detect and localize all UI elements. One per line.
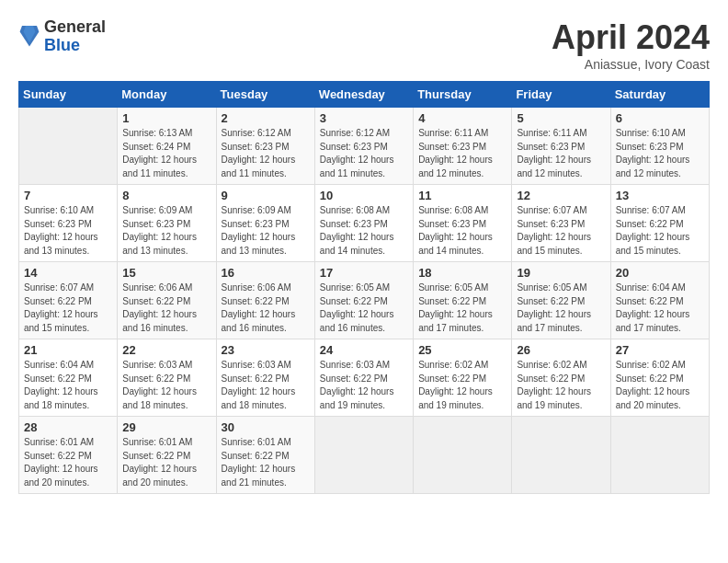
title-area: April 2024 Aniassue, Ivory Coast — [552, 18, 710, 72]
day-info: Sunrise: 6:02 AM Sunset: 6:22 PM Dayligh… — [418, 359, 506, 412]
calendar-cell: 30Sunrise: 6:01 AM Sunset: 6:22 PM Dayli… — [216, 417, 314, 494]
logo-blue: Blue — [44, 37, 106, 55]
day-info: Sunrise: 6:05 AM Sunset: 6:22 PM Dayligh… — [320, 282, 408, 335]
day-info: Sunrise: 6:03 AM Sunset: 6:22 PM Dayligh… — [222, 359, 310, 412]
calendar-week-row: 14Sunrise: 6:07 AM Sunset: 6:22 PM Dayli… — [19, 262, 710, 339]
day-number: 13 — [616, 189, 704, 202]
day-number: 30 — [222, 420, 310, 434]
calendar-cell: 9Sunrise: 6:09 AM Sunset: 6:23 PM Daylig… — [216, 185, 314, 262]
day-number: 24 — [320, 343, 408, 357]
header-sunday: Sunday — [19, 82, 118, 108]
calendar-cell: 10Sunrise: 6:08 AM Sunset: 6:23 PM Dayli… — [314, 185, 413, 262]
day-number: 14 — [24, 266, 112, 280]
day-info: Sunrise: 6:03 AM Sunset: 6:22 PM Dayligh… — [122, 359, 210, 412]
day-number: 15 — [122, 266, 210, 280]
day-number: 2 — [222, 111, 310, 125]
calendar-cell — [19, 108, 118, 185]
header-thursday: Thursday — [414, 82, 512, 108]
day-info: Sunrise: 6:08 AM Sunset: 6:23 PM Dayligh… — [418, 204, 506, 258]
day-number: 20 — [616, 266, 704, 280]
day-info: Sunrise: 6:07 AM Sunset: 6:22 PM Dayligh… — [24, 282, 112, 335]
calendar-cell — [414, 417, 512, 494]
day-info: Sunrise: 6:05 AM Sunset: 6:22 PM Dayligh… — [418, 282, 506, 335]
calendar-week-row: 21Sunrise: 6:04 AM Sunset: 6:22 PM Dayli… — [19, 339, 710, 417]
logo-icon — [18, 24, 40, 50]
calendar-cell: 5Sunrise: 6:11 AM Sunset: 6:23 PM Daylig… — [512, 108, 610, 185]
calendar-cell: 27Sunrise: 6:02 AM Sunset: 6:22 PM Dayli… — [610, 339, 709, 417]
logo-text: General Blue — [44, 18, 106, 55]
day-info: Sunrise: 6:08 AM Sunset: 6:23 PM Dayligh… — [320, 204, 408, 258]
calendar-cell: 3Sunrise: 6:12 AM Sunset: 6:23 PM Daylig… — [314, 108, 413, 185]
logo: General Blue — [18, 18, 106, 55]
calendar-cell: 19Sunrise: 6:05 AM Sunset: 6:22 PM Dayli… — [512, 262, 610, 339]
calendar-cell: 23Sunrise: 6:03 AM Sunset: 6:22 PM Dayli… — [216, 339, 314, 417]
day-number: 19 — [517, 266, 605, 280]
calendar-cell: 8Sunrise: 6:09 AM Sunset: 6:23 PM Daylig… — [118, 185, 216, 262]
calendar-cell: 18Sunrise: 6:05 AM Sunset: 6:22 PM Dayli… — [414, 262, 512, 339]
day-info: Sunrise: 6:11 AM Sunset: 6:23 PM Dayligh… — [418, 127, 506, 180]
calendar-cell: 26Sunrise: 6:02 AM Sunset: 6:22 PM Dayli… — [512, 339, 610, 417]
day-info: Sunrise: 6:06 AM Sunset: 6:22 PM Dayligh… — [222, 282, 310, 335]
day-number: 27 — [616, 343, 704, 357]
day-info: Sunrise: 6:03 AM Sunset: 6:22 PM Dayligh… — [320, 359, 408, 412]
calendar-cell — [314, 417, 413, 494]
day-number: 18 — [418, 266, 506, 280]
calendar-cell: 29Sunrise: 6:01 AM Sunset: 6:22 PM Dayli… — [118, 417, 216, 494]
calendar-cell: 17Sunrise: 6:05 AM Sunset: 6:22 PM Dayli… — [314, 262, 413, 339]
day-info: Sunrise: 6:01 AM Sunset: 6:22 PM Dayligh… — [122, 436, 210, 489]
calendar-cell: 22Sunrise: 6:03 AM Sunset: 6:22 PM Dayli… — [118, 339, 216, 417]
month-title: April 2024 — [552, 18, 710, 57]
calendar-cell: 6Sunrise: 6:10 AM Sunset: 6:23 PM Daylig… — [610, 108, 709, 185]
day-number: 11 — [418, 189, 506, 202]
day-number: 12 — [517, 189, 605, 202]
day-number: 26 — [517, 343, 605, 357]
day-info: Sunrise: 6:13 AM Sunset: 6:24 PM Dayligh… — [122, 127, 210, 180]
calendar-cell: 7Sunrise: 6:10 AM Sunset: 6:23 PM Daylig… — [19, 185, 118, 262]
calendar-week-row: 7Sunrise: 6:10 AM Sunset: 6:23 PM Daylig… — [19, 185, 710, 262]
day-number: 22 — [122, 343, 210, 357]
day-info: Sunrise: 6:06 AM Sunset: 6:22 PM Dayligh… — [122, 282, 210, 335]
header-monday: Monday — [118, 82, 216, 108]
day-number: 5 — [517, 111, 605, 125]
location-title: Aniassue, Ivory Coast — [552, 57, 710, 72]
header-tuesday: Tuesday — [216, 82, 314, 108]
day-info: Sunrise: 6:10 AM Sunset: 6:23 PM Dayligh… — [616, 127, 704, 180]
header-saturday: Saturday — [610, 82, 709, 108]
day-number: 21 — [24, 343, 112, 357]
day-info: Sunrise: 6:05 AM Sunset: 6:22 PM Dayligh… — [517, 282, 605, 335]
calendar-cell: 15Sunrise: 6:06 AM Sunset: 6:22 PM Dayli… — [118, 262, 216, 339]
calendar-cell — [610, 417, 709, 494]
day-number: 4 — [418, 111, 506, 125]
day-info: Sunrise: 6:07 AM Sunset: 6:22 PM Dayligh… — [616, 204, 704, 258]
day-info: Sunrise: 6:02 AM Sunset: 6:22 PM Dayligh… — [517, 359, 605, 412]
calendar-cell: 28Sunrise: 6:01 AM Sunset: 6:22 PM Dayli… — [19, 417, 118, 494]
day-info: Sunrise: 6:04 AM Sunset: 6:22 PM Dayligh… — [616, 282, 704, 335]
calendar-cell: 2Sunrise: 6:12 AM Sunset: 6:23 PM Daylig… — [216, 108, 314, 185]
day-number: 9 — [222, 189, 310, 202]
calendar-cell: 24Sunrise: 6:03 AM Sunset: 6:22 PM Dayli… — [314, 339, 413, 417]
day-number: 1 — [122, 111, 210, 125]
day-info: Sunrise: 6:09 AM Sunset: 6:23 PM Dayligh… — [122, 204, 210, 258]
day-number: 6 — [616, 111, 704, 125]
day-info: Sunrise: 6:02 AM Sunset: 6:22 PM Dayligh… — [616, 359, 704, 412]
day-number: 3 — [320, 111, 408, 125]
calendar-header-row: SundayMondayTuesdayWednesdayThursdayFrid… — [19, 82, 710, 108]
calendar-week-row: 28Sunrise: 6:01 AM Sunset: 6:22 PM Dayli… — [19, 417, 710, 494]
header-wednesday: Wednesday — [314, 82, 413, 108]
day-info: Sunrise: 6:09 AM Sunset: 6:23 PM Dayligh… — [222, 204, 310, 258]
calendar-cell: 25Sunrise: 6:02 AM Sunset: 6:22 PM Dayli… — [414, 339, 512, 417]
day-info: Sunrise: 6:10 AM Sunset: 6:23 PM Dayligh… — [24, 204, 112, 258]
calendar-week-row: 1Sunrise: 6:13 AM Sunset: 6:24 PM Daylig… — [19, 108, 710, 185]
calendar-cell: 16Sunrise: 6:06 AM Sunset: 6:22 PM Dayli… — [216, 262, 314, 339]
day-number: 23 — [222, 343, 310, 357]
day-info: Sunrise: 6:01 AM Sunset: 6:22 PM Dayligh… — [222, 436, 310, 489]
day-number: 16 — [222, 266, 310, 280]
page-header: General Blue April 2024 Aniassue, Ivory … — [18, 18, 710, 72]
calendar-cell: 14Sunrise: 6:07 AM Sunset: 6:22 PM Dayli… — [19, 262, 118, 339]
calendar-cell: 21Sunrise: 6:04 AM Sunset: 6:22 PM Dayli… — [19, 339, 118, 417]
calendar-cell: 1Sunrise: 6:13 AM Sunset: 6:24 PM Daylig… — [118, 108, 216, 185]
day-number: 25 — [418, 343, 506, 357]
calendar-cell: 11Sunrise: 6:08 AM Sunset: 6:23 PM Dayli… — [414, 185, 512, 262]
day-info: Sunrise: 6:12 AM Sunset: 6:23 PM Dayligh… — [222, 127, 310, 180]
day-number: 29 — [122, 420, 210, 434]
